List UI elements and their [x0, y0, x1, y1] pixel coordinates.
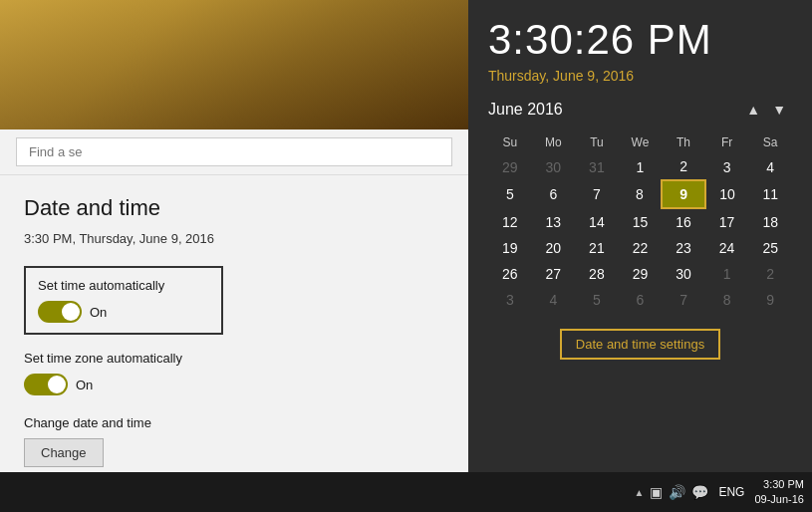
auto-time-toggle-row: On [38, 301, 209, 323]
auto-timezone-state: On [76, 378, 93, 392]
calendar-day-cell[interactable]: 21 [575, 235, 619, 261]
change-label: Change date and time [24, 415, 444, 430]
auto-time-toggle[interactable] [38, 301, 82, 323]
calendar-prev-btn[interactable]: ▲ [740, 100, 766, 120]
calendar-day-cell[interactable]: 30 [532, 153, 576, 180]
settings-title: Date and time [24, 195, 444, 221]
calendar-day-cell[interactable]: 18 [748, 208, 792, 235]
calendar-week-row: 12131415161718 [488, 208, 792, 235]
taskbar-time-display: 3:30 PM [754, 477, 804, 492]
auto-timezone-toggle[interactable] [24, 374, 68, 395]
calendar-day-cell[interactable]: 3 [705, 153, 749, 180]
taskbar: ▲ ▣ 🔊 💬 ENG 3:30 PM 09-Jun-16 [0, 472, 812, 512]
calendar-day-cell[interactable]: 28 [575, 261, 619, 287]
taskbar-language: ENG [714, 485, 748, 499]
calendar-day-cell[interactable]: 6 [619, 287, 663, 313]
auto-time-state: On [90, 305, 107, 320]
calendar-day-cell[interactable]: 23 [662, 235, 705, 261]
calendar-body: 2930311234567891011121314151617181920212… [488, 153, 792, 313]
taskbar-arrow-icon: ▲ [635, 487, 645, 498]
calendar-day-cell[interactable]: 16 [662, 208, 705, 235]
change-button[interactable]: Change [24, 438, 104, 467]
calendar-week-row: 567891011 [488, 180, 792, 208]
calendar-day-header: Mo [532, 131, 576, 153]
calendar-day-header: Sa [748, 131, 792, 153]
calendar-day-cell[interactable]: 31 [575, 153, 619, 180]
calendar-day-cell[interactable]: 7 [575, 180, 619, 208]
calendar-day-cell[interactable]: 1 [705, 261, 749, 287]
calendar-day-cell[interactable]: 20 [532, 235, 576, 261]
calendar-day-cell[interactable]: 2 [662, 153, 705, 180]
auto-timezone-toggle-row: On [24, 374, 444, 395]
calendar-month-year: June 2016 [488, 101, 740, 119]
calendar-day-cell[interactable]: 30 [662, 261, 705, 287]
calendar-day-header: We [619, 131, 663, 153]
calendar-day-cell[interactable]: 29 [488, 153, 532, 180]
clock-date: Thursday, June 9, 2016 [488, 68, 792, 84]
taskbar-volume-icon: 🔊 [669, 484, 685, 500]
calendar-day-cell[interactable]: 25 [748, 235, 792, 261]
calendar-day-cell[interactable]: 8 [705, 287, 749, 313]
taskbar-clock[interactable]: 3:30 PM 09-Jun-16 [754, 477, 804, 508]
calendar-week-row: 19202122232425 [488, 235, 792, 261]
calendar-day-header: Tu [575, 131, 619, 153]
calendar-day-cell[interactable]: 3 [488, 287, 532, 313]
clock-panel: 3:30:26 PM Thursday, June 9, 2016 June 2… [468, 0, 812, 488]
find-setting-bar [0, 129, 468, 175]
calendar-day-cell[interactable]: 14 [575, 208, 619, 235]
calendar-day-cell[interactable]: 22 [619, 235, 663, 261]
calendar-day-cell[interactable]: 9 [662, 180, 705, 208]
calendar-day-cell[interactable]: 19 [488, 235, 532, 261]
calendar-day-header: Fr [705, 131, 749, 153]
calendar-day-cell[interactable]: 5 [488, 180, 532, 208]
toggle-knob-tz [48, 376, 66, 393]
taskbar-message-icon: 💬 [691, 484, 708, 500]
calendar-day-cell[interactable]: 5 [575, 287, 619, 313]
calendar-day-cell[interactable]: 9 [748, 287, 792, 313]
calendar-day-cell[interactable]: 15 [619, 208, 663, 235]
clock-time: 3:30:26 PM [488, 16, 792, 64]
calendar-day-cell[interactable]: 4 [748, 153, 792, 180]
calendar-day-header: Th [662, 131, 705, 153]
calendar-day-cell[interactable]: 12 [488, 208, 532, 235]
date-time-settings-button[interactable]: Date and time settings [560, 329, 720, 360]
settings-panel: Date and time 3:30 PM, Thursday, June 9,… [0, 0, 468, 488]
toggle-knob [62, 303, 80, 321]
taskbar-network-icon: ▣ [650, 484, 663, 500]
calendar-grid: SuMoTuWeThFrSa 2930311234567891011121314… [488, 131, 792, 313]
find-setting-input[interactable] [16, 137, 452, 166]
auto-time-label: Set time automatically [38, 278, 209, 293]
calendar-day-cell[interactable]: 6 [532, 180, 576, 208]
calendar-day-cell[interactable]: 4 [532, 287, 576, 313]
calendar-week-row: 262728293012 [488, 261, 792, 287]
calendar-day-cell[interactable]: 29 [619, 261, 663, 287]
calendar-day-headers: SuMoTuWeThFrSa [488, 131, 792, 153]
calendar-day-cell[interactable]: 1 [619, 153, 663, 180]
calendar-day-cell[interactable]: 2 [748, 261, 792, 287]
calendar-week-row: 3456789 [488, 287, 792, 313]
calendar-next-btn[interactable]: ▼ [766, 100, 792, 120]
calendar-header: June 2016 ▲ ▼ [488, 100, 792, 120]
calendar-day-cell[interactable]: 24 [705, 235, 749, 261]
change-section: Change date and time Change [24, 415, 444, 467]
calendar-day-cell[interactable]: 17 [705, 208, 749, 235]
auto-time-section: Set time automatically On [24, 266, 223, 335]
auto-timezone-label: Set time zone automatically [24, 351, 444, 366]
calendar-day-cell[interactable]: 26 [488, 261, 532, 287]
calendar-week-row: 2930311234 [488, 153, 792, 180]
taskbar-date-display: 09-Jun-16 [754, 492, 804, 507]
calendar-day-cell[interactable]: 27 [532, 261, 576, 287]
calendar-day-header: Su [488, 131, 532, 153]
calendar-day-cell[interactable]: 8 [619, 180, 663, 208]
calendar-day-cell[interactable]: 10 [705, 180, 749, 208]
calendar-day-cell[interactable]: 7 [662, 287, 705, 313]
calendar-day-cell[interactable]: 13 [532, 208, 576, 235]
calendar-day-cell[interactable]: 11 [748, 180, 792, 208]
settings-content: Date and time 3:30 PM, Thursday, June 9,… [0, 175, 468, 488]
current-datetime: 3:30 PM, Thursday, June 9, 2016 [24, 231, 444, 246]
auto-timezone-section: Set time zone automatically On [24, 351, 444, 395]
settings-header-image [0, 0, 468, 129]
